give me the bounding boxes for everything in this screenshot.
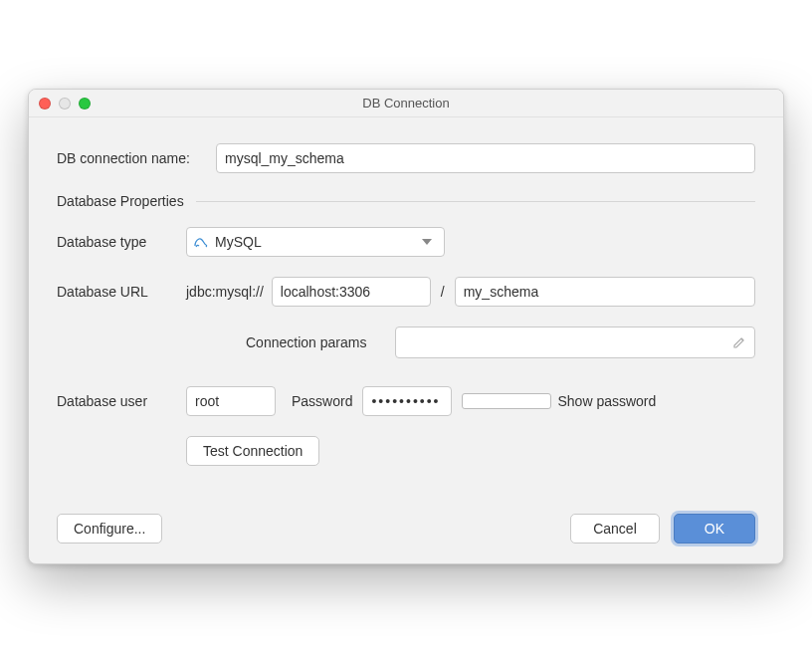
conn-name-label: DB connection name:: [57, 150, 216, 166]
db-type-value: MySQL: [215, 234, 262, 250]
window-controls: [39, 98, 91, 109]
host-input[interactable]: [272, 277, 431, 307]
edit-icon: [732, 335, 746, 349]
jdbc-prefix: jdbc:mysql://: [186, 284, 264, 300]
params-label: Connection params: [246, 334, 395, 350]
section-header: Database Properties: [57, 193, 755, 209]
chevron-down-icon: [422, 239, 432, 245]
window-title: DB Connection: [39, 96, 773, 110]
minimize-window-button[interactable]: [59, 98, 71, 109]
user-label: Database user: [57, 393, 186, 409]
ok-button[interactable]: OK: [674, 514, 755, 544]
db-type-label: Database type: [57, 234, 186, 250]
password-label: Password: [292, 393, 352, 409]
show-password-checkbox[interactable]: [462, 393, 551, 409]
test-connection-button[interactable]: Test Connection: [186, 436, 319, 466]
titlebar: DB Connection: [29, 90, 783, 117]
cancel-button[interactable]: Cancel: [570, 514, 660, 544]
dialog-content: DB connection name: Database Properties …: [29, 117, 783, 563]
mysql-icon: [193, 234, 209, 250]
section-title: Database Properties: [57, 193, 184, 209]
maximize-window-button[interactable]: [79, 98, 91, 109]
dialog-window: DB Connection DB connection name: Databa…: [28, 89, 784, 564]
url-separator: /: [439, 284, 447, 300]
schema-input[interactable]: [455, 277, 755, 307]
show-password-label: Show password: [557, 393, 656, 409]
user-input[interactable]: [186, 386, 276, 416]
conn-name-input[interactable]: [216, 143, 755, 173]
close-window-button[interactable]: [39, 98, 51, 109]
password-input[interactable]: [362, 386, 452, 416]
section-divider: [196, 201, 755, 202]
db-type-select[interactable]: MySQL: [186, 227, 445, 257]
params-field[interactable]: [395, 326, 755, 358]
configure-button[interactable]: Configure...: [57, 514, 162, 544]
db-url-label: Database URL: [57, 284, 186, 300]
